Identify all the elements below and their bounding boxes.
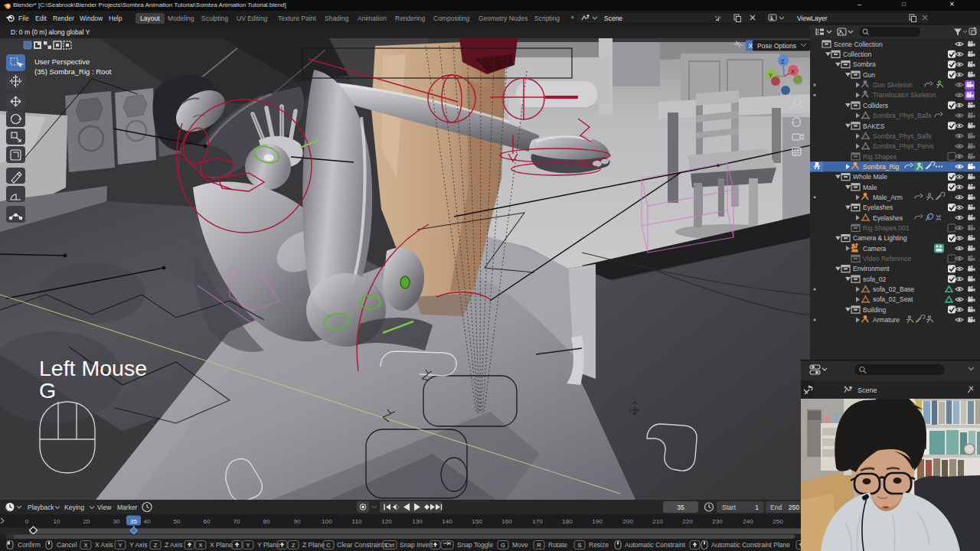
svg-text:Y: Y (118, 542, 122, 549)
svg-text:Start: Start (722, 504, 737, 511)
svg-text:R: R (537, 542, 541, 549)
svg-text:X: X (83, 542, 87, 549)
svg-text:Colliders: Colliders (863, 102, 888, 109)
svg-text:Sombra_Phys_Balls: Sombra_Phys_Balls (873, 112, 932, 119)
svg-text:Sombra_Phys_Balls: Sombra_Phys_Balls (873, 132, 932, 140)
svg-text:sofa_02: sofa_02 (863, 276, 887, 283)
svg-text:Move: Move (512, 541, 528, 549)
svg-text:250: 250 (773, 518, 783, 525)
svg-text:Keying: Keying (64, 504, 84, 511)
svg-text:Whole Male: Whole Male (853, 173, 887, 181)
svg-text:Eyelashes: Eyelashes (863, 204, 893, 211)
svg-text:240: 240 (743, 518, 753, 525)
svg-text:200: 200 (622, 518, 633, 525)
svg-text:Snap Invert: Snap Invert (400, 541, 433, 549)
svg-text:170: 170 (532, 518, 543, 525)
svg-text:ViewLayer: ViewLayer (797, 15, 828, 22)
svg-text:D: 0 m (0 m) along global Y: D: 0 m (0 m) along global Y (11, 28, 90, 36)
svg-text:Resize: Resize (589, 541, 609, 549)
svg-text:Scene: Scene (858, 386, 877, 394)
svg-text:Translocator Skeleton: Translocator Skeleton (873, 91, 936, 99)
svg-text:35: 35 (130, 518, 137, 525)
svg-text:35: 35 (677, 504, 684, 511)
svg-text:Pose Options: Pose Options (757, 42, 796, 50)
svg-text:50: 50 (174, 518, 181, 525)
svg-text:Camera & Lighting: Camera & Lighting (853, 234, 907, 242)
svg-text:View: View (97, 504, 112, 511)
svg-text:Cancel: Cancel (57, 541, 77, 549)
svg-text:Video Reference: Video Reference (863, 255, 911, 262)
svg-text:Gun Skeleton: Gun Skeleton (873, 81, 913, 89)
svg-text:1: 1 (755, 504, 759, 511)
svg-text:10: 10 (54, 518, 60, 525)
svg-text:Y Plane: Y Plane (257, 541, 280, 549)
svg-text:Y: Y (246, 542, 250, 549)
svg-text:140: 140 (442, 518, 452, 525)
svg-text:150: 150 (472, 518, 482, 525)
svg-text:Sombra: Sombra (853, 60, 876, 68)
svg-text:180: 180 (562, 518, 573, 525)
svg-text:110: 110 (352, 518, 362, 525)
svg-text:Left Mouse: Left Mouse (39, 356, 147, 380)
svg-text:sofa_02_Seat: sofa_02_Seat (873, 295, 913, 303)
svg-text:Marker: Marker (117, 504, 138, 511)
svg-text:X: X (198, 542, 202, 549)
svg-text:Rotate: Rotate (548, 541, 567, 549)
svg-text:Sombra_Rig: Sombra_Rig (863, 163, 900, 171)
svg-text:120: 120 (381, 518, 392, 525)
svg-text:80: 80 (263, 518, 270, 525)
svg-text:60: 60 (204, 518, 211, 525)
svg-text:Automatic Constraint: Automatic Constraint (625, 541, 686, 549)
svg-text:190: 190 (592, 518, 603, 525)
svg-text:S: S (577, 542, 581, 549)
svg-text:End: End (770, 504, 782, 511)
svg-text:Eyelashes: Eyelashes (873, 214, 903, 222)
svg-text:Camera: Camera (863, 245, 887, 253)
svg-text:Scene Collection: Scene Collection (834, 41, 883, 48)
svg-text:Clear Constraints: Clear Constraints (337, 541, 387, 549)
svg-text:X: X (749, 42, 753, 50)
svg-text:220: 220 (682, 518, 693, 525)
svg-text:Snap Toggle: Snap Toggle (457, 541, 493, 549)
svg-text:210: 210 (652, 518, 663, 525)
svg-text:Collection: Collection (843, 51, 872, 58)
svg-text:Sombra_Phys_Penis: Sombra_Phys_Penis (873, 142, 933, 150)
svg-text:C: C (326, 542, 331, 549)
svg-text:X Axis: X Axis (95, 541, 113, 549)
svg-text:Z: Z (154, 542, 158, 549)
svg-text:(35) Sombra_Rig : Root: (35) Sombra_Rig : Root (34, 67, 112, 76)
svg-text:BAKES: BAKES (863, 122, 885, 130)
svg-text:Y: Y (769, 72, 773, 79)
svg-text:Z Plane: Z Plane (302, 541, 325, 549)
svg-text:Automatic Constraint Plane: Automatic Constraint Plane (711, 541, 790, 549)
svg-text:Z: Z (292, 542, 296, 549)
svg-text:X Plane: X Plane (210, 541, 233, 549)
svg-text:Z Axis: Z Axis (165, 541, 182, 549)
svg-text:100: 100 (322, 518, 332, 525)
svg-text:40: 40 (144, 518, 151, 525)
svg-text:Z: Z (781, 58, 785, 65)
svg-text:130: 130 (412, 518, 423, 525)
svg-text:Confirm: Confirm (18, 541, 41, 549)
svg-text:Environment: Environment (853, 265, 890, 272)
svg-text:0: 0 (25, 518, 29, 525)
svg-text:Scene: Scene (604, 15, 622, 22)
svg-text:160: 160 (501, 518, 512, 525)
svg-text:230: 230 (712, 518, 723, 525)
svg-text:sofa_02_Base: sofa_02_Base (873, 285, 915, 293)
svg-text:Gun: Gun (863, 71, 875, 79)
svg-text:User Perspective: User Perspective (34, 57, 90, 66)
svg-text:20: 20 (83, 518, 90, 525)
svg-text:Playback: Playback (28, 504, 54, 511)
svg-text:G: G (501, 542, 505, 549)
svg-text:Armature: Armature (873, 316, 900, 324)
svg-text:X: X (791, 68, 795, 75)
svg-text:G: G (39, 378, 56, 403)
svg-text:30: 30 (113, 518, 120, 525)
svg-text:90: 90 (294, 518, 301, 525)
svg-text:Male: Male (863, 184, 877, 191)
svg-text:Rig Shapes: Rig Shapes (863, 153, 897, 161)
svg-text:70: 70 (234, 518, 240, 525)
svg-text:Building: Building (863, 306, 887, 314)
svg-text:Ctrl: Ctrl (385, 542, 394, 549)
